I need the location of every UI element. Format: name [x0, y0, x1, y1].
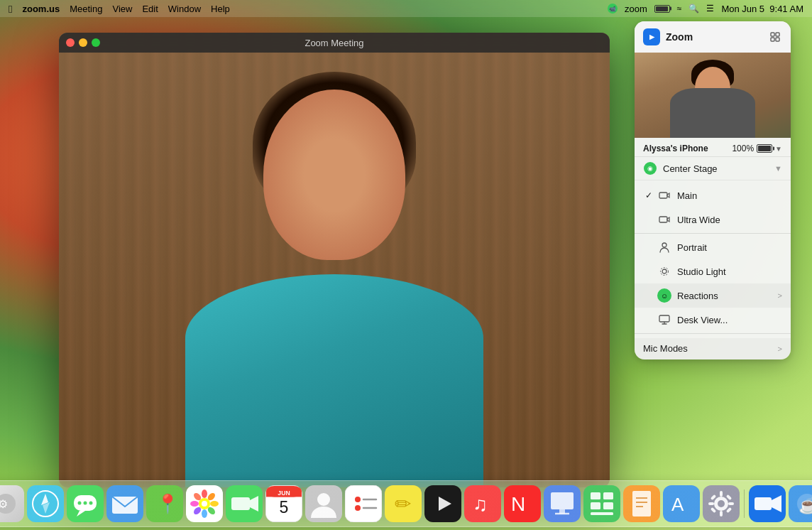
svg-rect-2: [771, 38, 774, 41]
center-stage-icon: ◉: [643, 161, 657, 175]
svg-point-7: [662, 269, 666, 274]
maximize-button[interactable]: [92, 38, 100, 47]
dock: 🔵 ⚙: [0, 480, 812, 527]
menubar-menu-help[interactable]: Help: [211, 4, 230, 14]
dock-system-prefs[interactable]: [703, 485, 740, 522]
dock-photos[interactable]: [186, 485, 223, 522]
zoom-popup-panel: ▶ Zoom Alyssa's iPho: [635, 21, 791, 359]
divider-2: [635, 333, 791, 334]
zoom-titlebar: Zoom Meeting: [59, 33, 610, 53]
popup-header-left: ▶ Zoom: [643, 28, 693, 45]
center-stage-person-icon: ◉: [647, 165, 653, 172]
menu-item-portrait[interactable]: ✓ Portrait: [635, 235, 791, 259]
desk-view-icon: [657, 313, 671, 327]
svg-point-8: [661, 268, 669, 276]
svg-text:N: N: [511, 493, 525, 515]
svg-text:5: 5: [279, 498, 288, 517]
svg-point-31: [202, 490, 207, 498]
svg-rect-66: [583, 485, 620, 522]
reactions-emoji: ☺: [661, 292, 668, 300]
mic-modes-row[interactable]: Mic Modes >: [635, 338, 791, 359]
dock-appletv[interactable]: [424, 485, 461, 522]
zoom-cam-symbol: 📹: [609, 6, 616, 12]
menu-item-desk-view[interactable]: ✓ Desk View...: [635, 308, 791, 332]
svg-rect-69: [591, 502, 600, 509]
dock-blue-app[interactable]: ☕: [789, 485, 813, 522]
zoom-app-icon: ▶: [643, 28, 660, 45]
spotlight-icon[interactable]: 🔍: [688, 4, 699, 13]
control-center-icon[interactable]: ☰: [706, 4, 714, 13]
dock-facetime[interactable]: [226, 485, 263, 522]
svg-point-22: [83, 502, 87, 505]
menubar-menu-view[interactable]: View: [112, 4, 132, 14]
svg-rect-84: [708, 502, 714, 505]
svg-point-35: [202, 509, 207, 518]
device-chevron[interactable]: ▼: [775, 145, 782, 153]
svg-rect-0: [771, 33, 774, 36]
dock-numbers[interactable]: [583, 485, 620, 522]
menu-item-studio-light[interactable]: ✓ Studio Light: [635, 259, 791, 283]
svg-rect-83: [720, 511, 723, 517]
battery-icon: [757, 144, 772, 153]
dock-news[interactable]: N: [504, 485, 541, 522]
svg-text:✏: ✏: [395, 493, 411, 515]
menu-item-main[interactable]: ✓ Main: [635, 183, 791, 207]
svg-rect-73: [632, 491, 651, 517]
ultra-wide-label: Ultra Wide: [677, 215, 782, 225]
dock-zoom[interactable]: [749, 485, 786, 522]
center-stage-green-icon: ◉: [644, 162, 657, 175]
dock-contacts[interactable]: [305, 485, 342, 522]
center-stage-label: Center Stage: [663, 163, 774, 174]
popup-header: ▶ Zoom: [635, 21, 791, 53]
dock-freeform[interactable]: ✏: [385, 485, 422, 522]
reactions-green-icon: ☺: [657, 288, 671, 303]
center-stage-row[interactable]: ◉ Center Stage ▼: [635, 157, 791, 180]
desk-view-label: Desk View...: [677, 315, 782, 325]
dock-appstore[interactable]: A: [663, 485, 700, 522]
svg-rect-71: [591, 512, 613, 515]
menubar:  zoom.us Meeting View Edit Window Help …: [0, 0, 812, 17]
menubar-app-name[interactable]: zoom.us: [22, 4, 60, 14]
dock-maps[interactable]: 📍: [146, 485, 183, 522]
dock-pages[interactable]: [623, 485, 660, 522]
apple-menu[interactable]: : [9, 3, 12, 15]
dock-calendar[interactable]: JUN 5: [265, 485, 302, 522]
person-face: [263, 90, 405, 260]
popup-expand-button[interactable]: [768, 30, 782, 44]
menu-item-reactions[interactable]: ✓ ☺ Reactions >: [635, 283, 791, 308]
device-row[interactable]: Alyssa's iPhone 100% ▼: [635, 138, 791, 157]
svg-point-48: [317, 493, 330, 506]
dock-keynote[interactable]: [544, 485, 581, 522]
menubar-menu-edit[interactable]: Edit: [142, 4, 158, 14]
preview-jacket: [670, 88, 755, 138]
studio-light-icon: [657, 264, 671, 278]
svg-point-50: [355, 497, 361, 502]
dock-safari[interactable]: [27, 485, 64, 522]
camera-preview: [635, 53, 791, 138]
main-label: Main: [677, 190, 782, 201]
menubar-right: 📹 zoom ≈ 🔍 ☰ Mon Jun 5 9:41 AM: [608, 4, 803, 14]
svg-point-81: [718, 500, 725, 507]
svg-rect-85: [728, 502, 734, 505]
svg-rect-5: [659, 217, 667, 222]
svg-point-23: [89, 502, 92, 505]
svg-text:JUN: JUN: [278, 490, 290, 497]
portrait-icon: [657, 240, 671, 254]
menubar-menu-window[interactable]: Window: [168, 4, 201, 14]
main-camera-icon: [657, 188, 671, 202]
dock-launchpad[interactable]: ⚙: [0, 485, 24, 522]
dock-container: 🔵 ⚙: [0, 472, 812, 530]
zoom-status-dot: 📹: [608, 4, 618, 13]
menu-item-ultra-wide[interactable]: ✓ Ultra Wide: [635, 207, 791, 232]
dock-mail[interactable]: [106, 485, 143, 522]
minimize-button[interactable]: [79, 38, 87, 47]
svg-rect-82: [720, 491, 723, 497]
svg-point-33: [210, 501, 219, 507]
dock-music[interactable]: ♫: [464, 485, 501, 522]
dock-messages[interactable]: [67, 485, 104, 522]
close-button[interactable]: [66, 38, 75, 47]
dock-reminders[interactable]: [345, 485, 382, 522]
desktop:  zoom.us Meeting View Edit Window Help …: [0, 0, 812, 530]
svg-rect-1: [776, 33, 779, 36]
menubar-menu-meeting[interactable]: Meeting: [70, 4, 102, 14]
